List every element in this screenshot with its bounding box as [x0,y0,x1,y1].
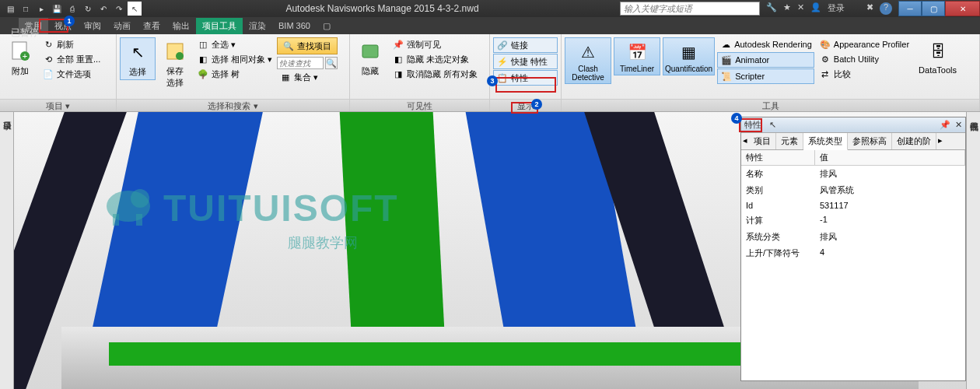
annotation-box-3 [495,77,556,93]
save-icon[interactable]: 💾 [50,2,64,16]
annotation-marker-4: 4 [731,113,742,124]
append-button[interactable]: + 附加 [3,37,37,79]
sets-button[interactable]: ▦集合 ▾ [277,70,338,84]
watermark-subtext: 腿腿教学网 [288,233,358,252]
prop-tab-reflevel[interactable]: 参照标高 [848,133,892,149]
property-row[interactable]: 计算-1 [741,212,965,229]
tab-render[interactable]: 渲染 [243,18,272,34]
app-menu-icon[interactable]: ▤ [3,2,17,16]
property-row[interactable]: 系统分类排风 [741,229,965,245]
select-button[interactable]: ↖ 选择 [120,37,156,80]
hide-button[interactable]: 隐藏 [353,37,387,79]
search-icon[interactable]: 🔍 [325,57,338,69]
quick-find-input[interactable] [277,57,324,69]
tab-bim360[interactable]: BIM 360 [272,19,317,33]
prop-tab-phase[interactable]: 创建的阶 [892,133,936,149]
maximize-button[interactable]: ▢ [922,1,945,16]
user-icon[interactable]: 👤 [810,2,821,15]
property-row[interactable]: 上升/下降符号4 [741,245,965,261]
close-panel-icon[interactable]: ✕ [955,120,962,130]
select-cursor-icon[interactable]: ↖ [128,2,142,16]
prop-tab-item[interactable]: 项目 [749,133,776,149]
panel-tools: ⚠Clash Detective 📅TimeLiner ▦Quantificat… [562,34,980,111]
dock-saved-viewpoints[interactable]: 保存的视点 [968,115,980,389]
properties-title-bar[interactable]: 特性 ↖ 📌 ✕ [741,117,965,133]
batch-utility-button[interactable]: ⚙Batch Utility [817,52,912,66]
prop-tab-element[interactable]: 元素 [776,133,803,149]
panel-select-search: ↖ 选择 保存 选择 ◫全选 ▾ ◧选择 相同对象 ▾ 🌳选择 树 🔍查找项目 … [117,34,350,111]
prop-value: 排风 [815,230,965,244]
quick-properties-button[interactable]: ⚡快捷 特性 [493,54,558,69]
quantification-button[interactable]: ▦Quantification [663,37,715,75]
annotation-box-4 [739,118,762,132]
star-icon[interactable]: ★ [783,2,791,15]
tab-scroll-left-icon[interactable]: ◂ [741,133,749,149]
binocular-icon: 🔍 [282,40,295,52]
keyword-search-input[interactable] [620,2,760,16]
exchange-x-icon[interactable]: ✖ [866,2,873,15]
scripter-button[interactable]: 📜Scripter [717,68,814,84]
refresh-icon: ↻ [42,38,54,51]
tab-review[interactable]: 审阅 [78,18,107,34]
file-options-button[interactable]: 📄文件选项 [40,67,103,81]
clash-icon: ⚠ [576,40,600,65]
svg-rect-5 [362,45,378,58]
links-button[interactable]: 🔗链接 [493,37,558,53]
appearance-profiler-button[interactable]: 🎨Appearance Profiler [817,37,912,51]
property-row[interactable]: 名称排风 [741,166,965,182]
hide-unselected-button[interactable]: ◧隐藏 未选定对象 [390,52,480,66]
prop-tab-systemtype[interactable]: 系统类型 [803,133,848,150]
new-icon[interactable]: □ [19,2,33,16]
panel-visibility: 隐藏 📌强制可见 ◧隐藏 未选定对象 ◨取消隐藏 所有对象 可见性 [350,34,490,111]
tab-panel-expand-icon[interactable]: ▢ [317,19,337,33]
print-icon[interactable]: ⎙ [65,2,79,16]
app-title: Autodesk Navisworks Manage 2015 4-3-2.nw… [145,3,620,14]
right-dock-strip: 保存的视点 [966,112,980,389]
redo-icon[interactable]: ↷ [112,2,126,16]
open-icon[interactable]: ▸ [34,2,48,16]
tab-scroll-right-icon[interactable]: ▸ [936,133,944,149]
dock-project-browser[interactable]: 项目目录 [2,115,13,389]
property-row[interactable]: Id531117 [741,198,965,212]
unhide-all-button[interactable]: ◨取消隐藏 所有对象 [390,67,480,81]
close-button[interactable]: ✕ [945,1,980,16]
select-same-button[interactable]: ◧选择 相同对象 ▾ [194,52,275,66]
animator-button[interactable]: 🎬Animator [717,52,814,68]
tab-output[interactable]: 输出 [166,18,196,34]
save-sel-icon [163,39,187,64]
tab-itemtools[interactable]: 项目工具 [196,18,243,34]
pin-icon[interactable]: 📌 [940,120,950,130]
quickprop-icon: ⚡ [496,55,509,68]
tree-icon: 🌳 [197,68,209,80]
exchange-icon[interactable]: ✕ [797,2,804,15]
appprof-icon: 🎨 [819,38,831,51]
tool-icon[interactable]: 🔧 [766,2,777,15]
selsame-icon: ◧ [197,53,209,65]
minimize-button[interactable]: ─ [898,1,922,16]
file-icon: 📄 [42,68,54,80]
refresh-icon[interactable]: ↻ [81,2,95,16]
help-icon[interactable]: ? [880,2,892,15]
compare-icon: ⇄ [819,68,831,80]
reset-all-button[interactable]: ⟲全部 重置... [40,52,103,66]
tab-view[interactable]: 查看 [137,18,166,34]
refresh-button[interactable]: ↻刷新 [40,37,103,51]
undo-icon[interactable]: ↶ [96,2,110,16]
property-row[interactable]: 类别风管系统 [741,182,965,198]
timeliner-button[interactable]: 📅TimeLiner [614,37,660,75]
prop-key: 类别 [741,184,815,197]
clash-detective-button[interactable]: ⚠Clash Detective [565,37,611,84]
svg-point-9 [131,189,149,208]
save-selection-button[interactable]: 保存 选择 [158,37,192,90]
autodesk-rendering-button[interactable]: ☁Autodesk Rendering [717,37,814,51]
find-items-button[interactable]: 🔍查找项目 [277,37,338,54]
select-all-button[interactable]: ◫全选 ▾ [194,37,275,51]
tab-animation[interactable]: 动画 [107,18,137,34]
datatools-button[interactable]: 🗄DataTools [914,37,961,76]
require-button[interactable]: 📌强制可见 [390,37,480,51]
login-link[interactable]: 登录 [828,2,845,15]
compare-button[interactable]: ⇄比较 [817,67,912,81]
selection-tree-button[interactable]: 🌳选择 树 [194,67,275,81]
panel-tools-title: 工具 [562,99,979,111]
prop-key: 系统分类 [741,230,815,244]
